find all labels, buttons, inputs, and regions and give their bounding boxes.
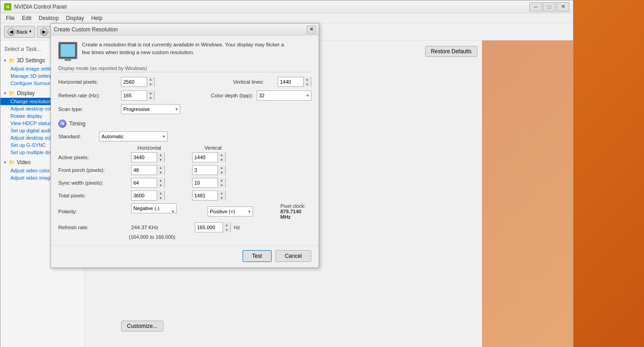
hz-up[interactable]: ▲ [223, 222, 230, 227]
horizontal-pixels-down[interactable]: ▼ [147, 82, 154, 87]
scan-type-select[interactable]: Progressive Interlaced [121, 104, 180, 114]
back-button[interactable]: ◀ Back ▼ [4, 26, 35, 38]
polarity-h-select-wrapper[interactable]: Negative (-) Positive (+) [131, 203, 177, 220]
vertical-lines-down[interactable]: ▼ [304, 82, 311, 87]
expand-icon-display: ▼ [3, 91, 7, 96]
timing-toggle[interactable]: ◀ [58, 120, 66, 128]
close-button[interactable]: ✕ [557, 2, 569, 11]
active-h-down[interactable]: ▼ [157, 157, 164, 162]
active-v-down[interactable]: ▼ [218, 157, 225, 162]
total-pixels-h-spinbox[interactable]: ▲▼ [131, 191, 165, 201]
test-button[interactable]: Test [243, 250, 272, 262]
total-pixels-label: Total pixels: [58, 193, 131, 198]
front-porch-h-input[interactable] [132, 166, 157, 175]
refresh-rate-up[interactable]: ▲ [147, 91, 154, 96]
tp-h-up[interactable]: ▲ [157, 191, 164, 196]
sync-width-h-input[interactable] [132, 178, 157, 187]
section-3d-label: 3D Settings [17, 57, 45, 64]
color-depth-label: Color depth (bpp): [211, 93, 253, 98]
restore-defaults-button[interactable]: Restore Defaults [425, 46, 477, 57]
tp-v-down[interactable]: ▼ [218, 196, 225, 201]
fp-h-down[interactable]: ▼ [157, 170, 164, 175]
tp-v-up[interactable]: ▲ [218, 191, 225, 196]
sync-width-v-input[interactable] [193, 178, 218, 187]
horizontal-pixels-up[interactable]: ▲ [147, 77, 154, 82]
create-custom-resolution-dialog: Create Custom Resolution ✕ Create a reso… [51, 23, 319, 268]
dialog-footer: Test Cancel [51, 245, 319, 267]
timing-header: ◀ Timing [58, 120, 311, 128]
active-pixels-h-spinbox[interactable]: ▲▼ [131, 152, 165, 162]
front-porch-v-input[interactable] [193, 166, 218, 175]
tp-h-down[interactable]: ▼ [157, 196, 164, 201]
front-porch-h-spinbox[interactable]: ▲▼ [131, 165, 165, 175]
fp-h-up[interactable]: ▲ [157, 165, 164, 170]
refresh-rate-spinbox[interactable]: ▲ ▼ [121, 91, 155, 101]
dialog-title: Create Custom Resolution [54, 26, 118, 33]
forward-button[interactable]: ▶ [37, 26, 51, 38]
sync-width-label: Sync width (pixels): [58, 180, 131, 186]
color-depth-select-wrapper[interactable]: 32 16 [257, 91, 311, 101]
dialog-info-text: Create a resolution that is not currentl… [82, 41, 284, 57]
sync-width-h-spinbox[interactable]: ▲▼ [131, 178, 165, 188]
dialog-close-button[interactable]: ✕ [307, 25, 316, 34]
scan-type-select-wrapper[interactable]: Progressive Interlaced [121, 104, 180, 114]
total-pixels-h-input[interactable] [132, 191, 157, 200]
expand-icon-3d: ▼ [3, 59, 7, 63]
hz-down[interactable]: ▼ [223, 227, 230, 232]
sw-v-up[interactable]: ▲ [218, 178, 225, 183]
title-bar-left: N NVIDIA Control Panel [4, 3, 66, 10]
customize-button[interactable]: Customize... [121, 321, 163, 332]
horizontal-pixels-input[interactable] [122, 77, 147, 86]
back-arrow-icon: ◀ [7, 28, 15, 36]
total-pixels-v-spinbox[interactable]: ▲▼ [192, 191, 226, 201]
cancel-button[interactable]: Cancel [275, 250, 311, 262]
polarity-v-select[interactable]: Positive (+) Negative (-) [208, 206, 253, 216]
minimize-button[interactable]: ─ [529, 2, 542, 11]
menu-desktop[interactable]: Desktop [35, 14, 62, 22]
active-pixels-v-input[interactable] [193, 153, 218, 162]
polarity-h-select[interactable]: Negative (-) Positive (+) [131, 203, 177, 213]
polarity-inputs: Negative (-) Positive (+) Positive (+) N… [131, 203, 311, 220]
sw-v-down[interactable]: ▼ [218, 183, 225, 188]
refresh-rate-hz-label: Refresh rate (Hz): [58, 93, 117, 98]
hz-input[interactable] [195, 225, 223, 230]
standard-select[interactable]: Automatic Manual GTF CVT CVT-RB DMT [99, 131, 167, 141]
sw-h-up[interactable]: ▲ [157, 178, 164, 183]
scan-type-label: Scan type: [58, 106, 117, 112]
vertical-lines-spinbox[interactable]: ▲ ▼ [278, 77, 311, 87]
nvidia-icon: N [4, 3, 11, 10]
vertical-lines-input[interactable] [278, 77, 303, 86]
active-pixels-v-spinbox[interactable]: ▲▼ [192, 152, 226, 162]
refresh-rate-input[interactable] [122, 91, 147, 100]
polarity-v-select-wrapper[interactable]: Positive (+) Negative (-) [208, 206, 253, 216]
active-h-up[interactable]: ▲ [157, 152, 164, 157]
horizontal-pixels-spinbox[interactable]: ▲ ▼ [121, 77, 155, 87]
section-display-label: Display [17, 90, 35, 96]
standard-select-wrapper[interactable]: Automatic Manual GTF CVT CVT-RB DMT [99, 131, 167, 141]
sync-width-v-spinbox[interactable]: ▲▼ [192, 178, 226, 188]
menu-display[interactable]: Display [62, 14, 87, 22]
menu-bar: File Edit Desktop Display Help [0, 13, 573, 23]
menu-file[interactable]: File [2, 14, 18, 22]
front-porch-label: Front porch (pixels): [58, 167, 131, 173]
total-pixels-v-input[interactable] [193, 191, 218, 200]
fp-v-down[interactable]: ▼ [218, 170, 225, 175]
active-v-up[interactable]: ▲ [218, 152, 225, 157]
menu-edit[interactable]: Edit [18, 14, 35, 22]
maximize-button[interactable]: □ [543, 2, 556, 11]
refresh-rate-down[interactable]: ▼ [147, 96, 154, 101]
hz-spinbox[interactable]: ▲▼ [195, 222, 231, 232]
refresh-rate-calc-label: Refresh rate: [58, 225, 131, 230]
color-depth-select[interactable]: 32 16 [257, 91, 311, 101]
scan-type-row: Scan type: Progressive Interlaced [58, 104, 311, 114]
vertical-lines-up[interactable]: ▲ [304, 77, 311, 82]
sw-h-down[interactable]: ▼ [157, 183, 164, 188]
fp-v-up[interactable]: ▲ [218, 165, 225, 170]
dialog-title-bar: Create Custom Resolution ✕ [51, 24, 319, 35]
horizontal-pixels-spin-btns: ▲ ▼ [147, 77, 154, 87]
active-pixels-h-input[interactable] [132, 153, 157, 162]
active-pixels-inputs: ▲▼ ▲▼ [131, 152, 226, 162]
front-porch-v-spinbox[interactable]: ▲▼ [192, 165, 226, 175]
active-pixels-label: Active pixels: [58, 155, 131, 160]
menu-help[interactable]: Help [87, 14, 106, 22]
